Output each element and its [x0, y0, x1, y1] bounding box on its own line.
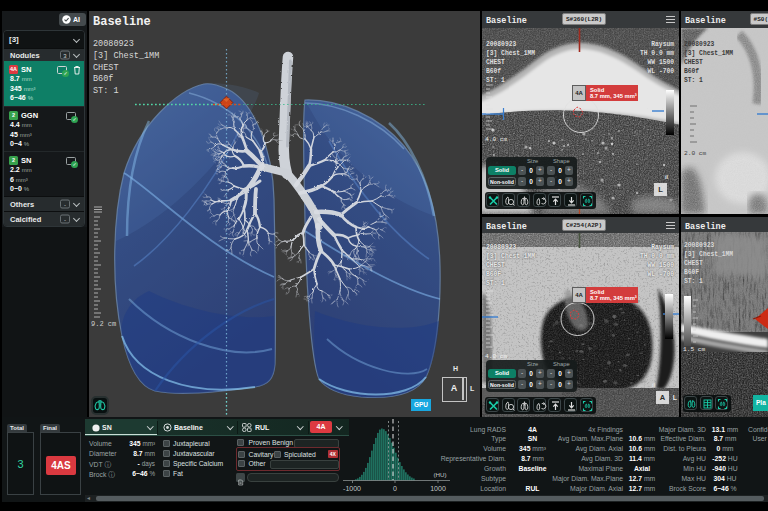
svg-text:4.0 cm: 4.0 cm [485, 353, 508, 360]
svg-text:9.2 cm: 9.2 cm [91, 320, 116, 328]
svg-text:2.0 cm: 2.0 cm [684, 150, 707, 157]
svg-text:-1000: -1000 [343, 485, 361, 492]
svg-text:1.5 cm: 1.5 cm [683, 346, 706, 353]
svg-text:4.0 cm: 4.0 cm [485, 136, 508, 143]
